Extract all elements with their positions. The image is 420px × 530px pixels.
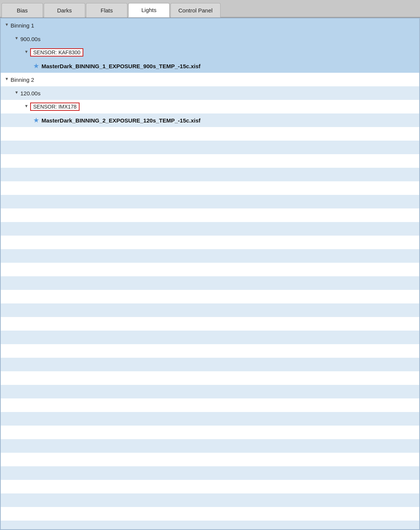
tab-bar: Bias Darks Flats Lights Control Panel <box>0 0 420 18</box>
empty-row <box>1 521 419 529</box>
binning2-label: Binning 2 <box>11 77 34 83</box>
expand-arrow-sensor2[interactable]: ▼ <box>23 104 29 110</box>
expand-arrow-sensor1[interactable]: ▼ <box>23 49 29 55</box>
tab-lights[interactable]: Lights <box>128 3 170 17</box>
empty-row <box>1 168 419 181</box>
tree-row-exposure1[interactable]: ▼ 900.00s <box>1 32 419 46</box>
tab-flats[interactable]: Flats <box>86 3 127 17</box>
tree-row-sensor1[interactable]: ▼ SENSOR: KAF8300 <box>1 46 419 59</box>
exposure1-label: 900.00s <box>20 36 40 42</box>
empty-row <box>1 249 419 263</box>
empty-row <box>1 385 419 398</box>
tree-container[interactable]: ▼ Binning 1 ▼ 900.00s ▼ SENSOR: KAF8300 … <box>1 18 419 529</box>
file2-label: MasterDark_BINNING_2_EXPOSURE_120s_TEMP_… <box>41 117 201 124</box>
empty-row <box>1 453 419 466</box>
expand-arrow-binning2[interactable]: ▼ <box>4 77 10 83</box>
tree-row-sensor2[interactable]: ▼ SENSOR: IMX178 <box>1 100 419 113</box>
tab-darks[interactable]: Darks <box>44 3 85 17</box>
empty-row <box>1 358 419 371</box>
tree-row-binning2[interactable]: ▼ Binning 2 <box>1 73 419 86</box>
tree-row-exposure2[interactable]: ▼ 120.00s <box>1 86 419 100</box>
empty-row <box>1 290 419 303</box>
empty-row <box>1 303 419 317</box>
empty-row <box>1 276 419 290</box>
empty-row <box>1 154 419 168</box>
empty-row <box>1 480 419 493</box>
empty-row <box>1 426 419 439</box>
tree-row-file1[interactable]: ★ MasterDark_BINNING_1_EXPOSURE_900s_TEM… <box>1 59 419 73</box>
empty-row <box>1 263 419 276</box>
exposure2-label: 120.00s <box>20 90 40 97</box>
empty-row <box>1 222 419 236</box>
sensor1-box: SENSOR: KAF8300 <box>30 48 83 57</box>
empty-row <box>1 344 419 358</box>
file1-label: MasterDark_BINNING_1_EXPOSURE_900s_TEMP_… <box>41 63 201 69</box>
expand-arrow-exposure1[interactable]: ▼ <box>14 36 20 42</box>
tab-control-panel[interactable]: Control Panel <box>170 3 221 17</box>
sensor2-box: SENSOR: IMX178 <box>30 103 80 111</box>
empty-row <box>1 398 419 412</box>
tab-bias[interactable]: Bias <box>2 3 43 17</box>
binning1-label: Binning 1 <box>11 22 34 29</box>
empty-row <box>1 236 419 249</box>
tree-row-file2[interactable]: ★ MasterDark_BINNING_2_EXPOSURE_120s_TEM… <box>1 113 419 127</box>
star-icon-1: ★ <box>33 62 39 70</box>
main-content: ▼ Binning 1 ▼ 900.00s ▼ SENSOR: KAF8300 … <box>0 18 420 530</box>
expand-arrow-binning1[interactable]: ▼ <box>4 22 10 28</box>
empty-row <box>1 371 419 385</box>
star-icon-2: ★ <box>33 116 39 124</box>
empty-row <box>1 208 419 222</box>
empty-row <box>1 439 419 453</box>
empty-row <box>1 141 419 154</box>
expand-arrow-exposure2[interactable]: ▼ <box>14 90 20 96</box>
empty-row <box>1 466 419 480</box>
tree-row-binning1[interactable]: ▼ Binning 1 <box>1 18 419 32</box>
empty-row <box>1 412 419 426</box>
empty-row <box>1 127 419 141</box>
empty-row <box>1 317 419 331</box>
empty-rows <box>1 127 419 529</box>
empty-row <box>1 195 419 208</box>
empty-row <box>1 331 419 344</box>
empty-row <box>1 507 419 521</box>
empty-row <box>1 493 419 507</box>
empty-row <box>1 181 419 195</box>
